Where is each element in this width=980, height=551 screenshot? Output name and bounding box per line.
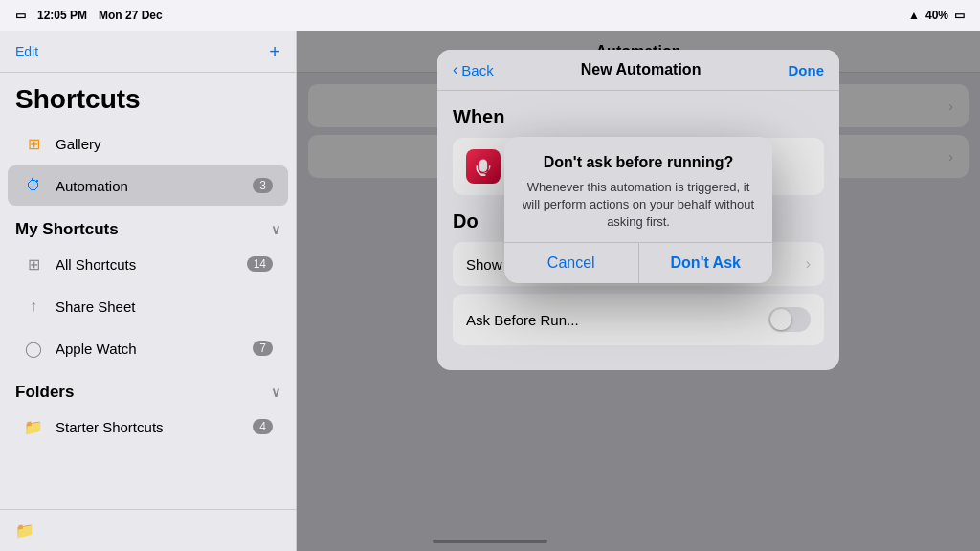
add-button[interactable]: +	[269, 42, 280, 61]
status-time: 12:05 PM	[37, 9, 87, 22]
battery-label: 40%	[925, 9, 948, 22]
all-shortcuts-badge: 14	[247, 256, 273, 272]
apple-watch-badge: 7	[253, 341, 273, 356]
sidebar-item-apple-watch[interactable]: ◯ Apple Watch 7	[8, 328, 288, 368]
dont-ask-button[interactable]: Don't Ask	[639, 243, 773, 283]
folders-section-header: Folders ∨	[0, 369, 296, 406]
sidebar-title: Shortcuts	[0, 73, 296, 122]
my-shortcuts-section-header: My Shortcuts ∨	[0, 207, 296, 243]
sidebar-item-all-shortcuts[interactable]: ⊞ All Shortcuts 14	[8, 244, 288, 284]
sidebar-item-automation[interactable]: ⏱ Automation 3	[8, 165, 288, 206]
starter-shortcuts-badge: 4	[253, 419, 273, 434]
sidebar-item-share-sheet[interactable]: ↑ Share Sheet	[8, 286, 288, 326]
battery-icon: ▭	[954, 9, 965, 22]
main-layout: Edit + Shortcuts ⊞ Gallery ⏱ Automation …	[0, 31, 980, 551]
sidebar-item-gallery[interactable]: ⊞ Gallery	[8, 123, 288, 164]
sidebar-bottom: 📁	[0, 509, 296, 551]
status-bar: ▭ 12:05 PM Mon 27 Dec ▲ 40% ▭	[0, 0, 980, 31]
automation-badge: 3	[253, 178, 273, 193]
status-bar-right: ▲ 40% ▭	[908, 9, 965, 22]
alert-overlay: Don't ask before running? Whenever this …	[437, 50, 839, 370]
wifi-icon: ▲	[908, 9, 920, 22]
my-shortcuts-chevron: ∨	[271, 222, 280, 237]
all-shortcuts-icon: ⊞	[23, 253, 44, 275]
folders-label: Folders	[15, 383, 74, 402]
sidebar-item-starter-shortcuts[interactable]: 📁 Starter Shortcuts 4	[8, 407, 288, 447]
status-date: Mon 27 Dec	[99, 9, 163, 22]
all-shortcuts-label: All Shortcuts	[56, 256, 136, 273]
alert-dialog: Don't ask before running? Whenever this …	[504, 137, 772, 284]
alert-title: Don't ask before running?	[520, 154, 757, 171]
sidebar: Edit + Shortcuts ⊞ Gallery ⏱ Automation …	[0, 31, 297, 551]
apple-watch-label: Apple Watch	[56, 341, 137, 357]
apple-watch-icon: ◯	[23, 338, 44, 359]
ipad-icon: ▭	[15, 9, 26, 22]
starter-shortcuts-icon: 📁	[23, 416, 44, 437]
alert-content: Don't ask before running? Whenever this …	[504, 137, 772, 243]
sidebar-bottom-icon: 📁	[15, 522, 34, 539]
status-bar-left: ▭ 12:05 PM Mon 27 Dec	[15, 9, 163, 22]
folders-chevron: ∨	[271, 385, 280, 400]
new-automation-panel: ‹ Back New Automation Done When	[437, 50, 839, 370]
share-sheet-label: Share Sheet	[56, 298, 135, 315]
gallery-icon: ⊞	[23, 133, 44, 154]
sidebar-top-bar: Edit +	[0, 31, 296, 73]
ipad-frame: ▭ 12:05 PM Mon 27 Dec ▲ 40% ▭ Edit + Sho…	[0, 0, 980, 551]
my-shortcuts-label: My Shortcuts	[15, 220, 119, 239]
cancel-button[interactable]: Cancel	[504, 243, 639, 283]
share-sheet-icon: ↑	[23, 296, 44, 317]
content-area: Automation › › ‹	[297, 31, 980, 551]
sidebar-item-automation-label: Automation	[56, 178, 128, 194]
modal-overlay: ‹ Back New Automation Done When	[297, 31, 980, 551]
sidebar-item-gallery-label: Gallery	[56, 136, 101, 152]
alert-buttons: Cancel Don't Ask	[504, 242, 772, 283]
edit-button[interactable]: Edit	[15, 44, 38, 59]
automation-icon: ⏱	[23, 175, 44, 196]
alert-message: Whenever this automation is triggered, i…	[520, 179, 757, 231]
home-indicator	[433, 540, 547, 543]
starter-shortcuts-label: Starter Shortcuts	[56, 419, 164, 435]
